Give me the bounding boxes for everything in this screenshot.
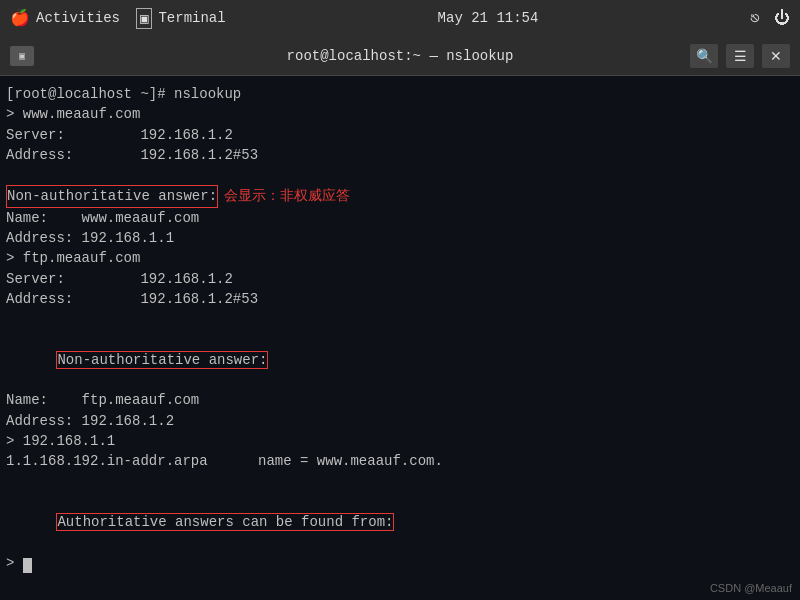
authoritative-text: Authoritative answers can be found from: [56,513,394,531]
annotation-text-1: 会显示：非权威应答 [224,185,350,205]
power-icon[interactable]: ⏻ [774,9,790,28]
search-button[interactable]: 🔍 [690,44,718,68]
terminal-line-18 [6,472,794,492]
window-title: root@localhost:~ — nslookup [287,48,514,64]
terminal-label: Terminal [158,10,225,26]
terminal-line-5 [6,165,794,185]
network-icon[interactable]: ⎋ [750,8,760,28]
authoritative-line: Authoritative answers can be found from: [6,492,794,553]
non-auth-text-2: Non-authoritative answer: [56,351,268,369]
terminal-line-11: Address: 192.168.1.2#53 [6,289,794,309]
non-auth-line-1: Non-authoritative answer: 会显示：非权威应答 [6,185,794,207]
title-bar-left: ▣ [10,46,34,66]
non-auth-text-1: Non-authoritative answer: [6,185,218,207]
terminal-line-12 [6,309,794,329]
non-auth-line-2: Non-authoritative answer: [6,330,794,391]
activities-label: Activities [36,10,120,26]
terminal-line-7: Name: www.meaauf.com [6,208,794,228]
terminal-icon: ▣ [136,8,152,29]
terminal-line-17: 1.1.168.192.in-addr.arpa name = www.meaa… [6,451,794,471]
system-bar-left: 🍎 Activities ▣ Terminal [10,8,226,29]
terminal-line-16: > 192.168.1.1 [6,431,794,451]
close-button[interactable]: ✕ [762,44,790,68]
system-bar: 🍎 Activities ▣ Terminal May 21 11:54 ⎋ ⏻ [0,0,800,36]
terminal-window: ▣ root@localhost:~ — nslookup 🔍 ☰ ✕ [roo… [0,36,800,600]
watermark: CSDN @Meaauf [710,582,792,594]
system-datetime: May 21 11:54 [438,10,539,26]
menu-button[interactable]: ☰ [726,44,754,68]
terminal-line-15: Address: 192.168.1.2 [6,411,794,431]
activities-icon: 🍎 [10,8,30,28]
terminal-line-14: Name: ftp.meaauf.com [6,390,794,410]
terminal-line-10: Server: 192.168.1.2 [6,269,794,289]
terminal-prompt-last: > [6,553,794,573]
window-icon: ▣ [10,46,34,66]
terminal-line-2: > www.meaauf.com [6,104,794,124]
terminal-line-3: Server: 192.168.1.2 [6,125,794,145]
title-bar: ▣ root@localhost:~ — nslookup 🔍 ☰ ✕ [0,36,800,76]
title-bar-controls: 🔍 ☰ ✕ [690,44,790,68]
terminal-line-9: > ftp.meaauf.com [6,248,794,268]
terminal-line-1: [root@localhost ~]# nslookup [6,84,794,104]
terminal-content[interactable]: [root@localhost ~]# nslookup > www.meaau… [0,76,800,600]
activities-button[interactable]: 🍎 Activities [10,8,120,28]
terminal-line-4: Address: 192.168.1.2#53 [6,145,794,165]
cursor [23,558,32,573]
system-bar-right: ⎋ ⏻ [750,8,790,28]
terminal-line-8: Address: 192.168.1.1 [6,228,794,248]
terminal-button[interactable]: ▣ Terminal [136,8,226,29]
